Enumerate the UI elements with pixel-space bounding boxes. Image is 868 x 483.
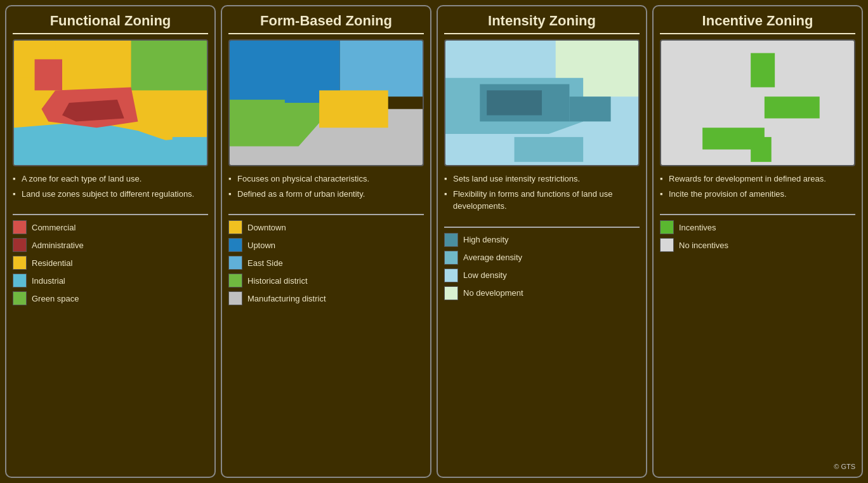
- nodevelopment-swatch: [444, 286, 458, 300]
- formbased-zoning-bullets: Focuses on physical characteristics. Def…: [228, 173, 424, 202]
- functional-zoning-column: Functional Zoning A zone for each type o…: [5, 5, 216, 478]
- incentive-zoning-column: Incentive Zoning Rewards for development…: [652, 5, 863, 478]
- highdensity-label: High density: [463, 235, 509, 244]
- residential-label: Residential: [32, 258, 72, 268]
- industrial-label: Industrial: [32, 276, 65, 286]
- avgdensity-swatch: [444, 251, 458, 265]
- commercial-swatch: [13, 220, 27, 234]
- manufacturing-swatch: [228, 291, 242, 305]
- noincentives-swatch: [660, 238, 674, 252]
- formbased-zoning-legend: Downtown Uptown East Side Historical dis…: [228, 220, 424, 305]
- svg-rect-20: [515, 137, 584, 162]
- intensity-zoning-legend: High density Average density Low density…: [444, 233, 640, 300]
- svg-rect-1: [131, 41, 207, 90]
- list-item: Uptown: [228, 238, 424, 252]
- list-item: Downtown: [228, 220, 424, 234]
- eastside-label: East Side: [247, 258, 283, 268]
- svg-rect-23: [765, 96, 820, 118]
- functional-zoning-title: Functional Zoning: [13, 13, 208, 34]
- copyright-text: © GTS: [660, 460, 855, 470]
- incentive-zoning-map: [660, 39, 855, 166]
- greenspace-swatch: [13, 291, 27, 305]
- administrative-label: Administrative: [32, 241, 84, 250]
- lowdensity-swatch: [444, 268, 458, 282]
- industrial-swatch: [13, 274, 27, 288]
- formbased-zoning-map: [228, 39, 424, 166]
- incentive-zoning-divider: [660, 214, 855, 215]
- intensity-zoning-column: Intensity Zoning Sets land use intensity…: [437, 5, 647, 478]
- svg-rect-19: [569, 96, 610, 121]
- formbased-zoning-column: Form-Based Zoning Focuses on physical ch…: [221, 5, 431, 478]
- svg-rect-12: [319, 90, 388, 128]
- downtown-label: Downtown: [247, 223, 286, 232]
- greenspace-label: Green space: [32, 294, 79, 303]
- list-item: Historical district: [228, 274, 424, 288]
- formbased-zoning-divider: [228, 214, 424, 215]
- svg-rect-7: [35, 59, 62, 90]
- downtown-swatch: [228, 220, 242, 234]
- list-item: Commercial: [13, 220, 208, 234]
- incentives-label: Incentives: [679, 223, 716, 232]
- svg-marker-4: [62, 100, 124, 121]
- functional-zoning-map: [13, 39, 208, 166]
- intensity-zoning-map: [444, 39, 640, 166]
- highdensity-swatch: [444, 233, 458, 247]
- incentives-swatch: [660, 220, 674, 234]
- list-item: Manufacturing district: [228, 291, 424, 305]
- administrative-swatch: [13, 238, 27, 252]
- historical-label: Historical district: [247, 276, 308, 286]
- functional-zoning-legend: Commercial Administrative Residential In…: [13, 220, 208, 305]
- svg-rect-18: [487, 90, 542, 115]
- uptown-label: Uptown: [247, 241, 275, 250]
- historical-swatch: [228, 274, 242, 288]
- list-item: Average density: [444, 251, 640, 265]
- list-item: East Side: [228, 256, 424, 270]
- intensity-zoning-divider: [444, 227, 640, 228]
- functional-zoning-bullets: A zone for each type of land use. Land u…: [13, 173, 208, 202]
- commercial-label: Commercial: [32, 223, 76, 232]
- intensity-zoning-bullets: Sets land use intensity restrictions. Fl…: [444, 173, 640, 215]
- nodevelopment-label: No development: [463, 288, 523, 298]
- svg-rect-9: [340, 41, 423, 96]
- svg-rect-25: [751, 137, 772, 162]
- incentive-zoning-legend: Incentives No incentives: [660, 220, 855, 252]
- list-item: Low density: [444, 268, 640, 282]
- manufacturing-label: Manufacturing district: [247, 294, 326, 303]
- list-item: Administrative: [13, 238, 208, 252]
- uptown-swatch: [228, 238, 242, 252]
- svg-rect-5: [173, 137, 207, 165]
- eastside-swatch: [228, 256, 242, 270]
- residential-swatch: [13, 256, 27, 270]
- intensity-zoning-title: Intensity Zoning: [444, 13, 640, 34]
- list-item: Industrial: [13, 274, 208, 288]
- formbased-zoning-title: Form-Based Zoning: [228, 13, 424, 34]
- list-item: High density: [444, 233, 640, 247]
- lowdensity-label: Low density: [463, 270, 507, 280]
- svg-rect-13: [230, 100, 285, 143]
- list-item: No development: [444, 286, 640, 300]
- list-item: Incentives: [660, 220, 855, 234]
- noincentives-label: No incentives: [679, 241, 728, 250]
- list-item: Green space: [13, 291, 208, 305]
- list-item: Residential: [13, 256, 208, 270]
- svg-rect-22: [751, 53, 775, 88]
- list-item: No incentives: [660, 238, 855, 252]
- functional-zoning-divider: [13, 214, 208, 215]
- incentive-zoning-bullets: Rewards for development in defined areas…: [660, 173, 855, 202]
- incentive-zoning-title: Incentive Zoning: [660, 13, 855, 34]
- avgdensity-label: Average density: [463, 253, 522, 262]
